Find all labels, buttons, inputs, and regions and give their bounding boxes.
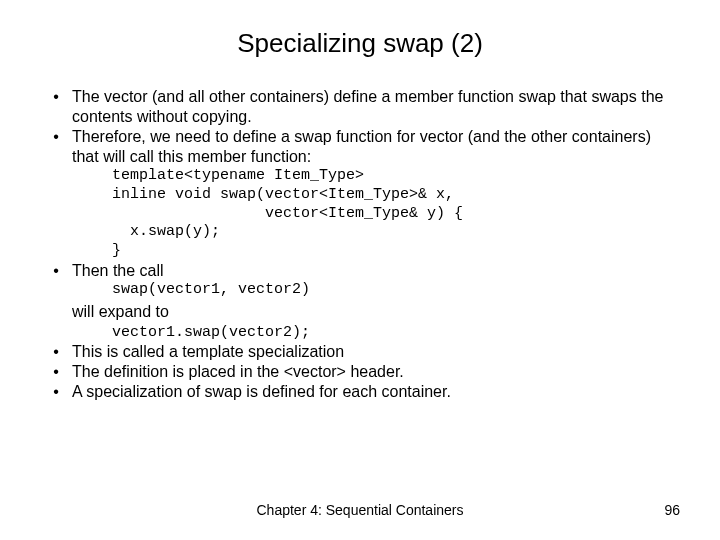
code-block: template<typename Item_Type> inline void… bbox=[112, 167, 680, 261]
slide-title: Specializing swap (2) bbox=[40, 28, 680, 59]
bullet-item: • The vector (and all other containers) … bbox=[40, 87, 680, 127]
page-number: 96 bbox=[664, 502, 680, 518]
bullet-text: A specialization of swap is defined for … bbox=[72, 382, 680, 402]
slide: Specializing swap (2) • The vector (and … bbox=[0, 0, 720, 540]
bullet-item: • Then the call bbox=[40, 261, 680, 281]
bullet-item: • The definition is placed in the <vecto… bbox=[40, 362, 680, 382]
bullet-icon: • bbox=[40, 342, 72, 362]
slide-body: • The vector (and all other containers) … bbox=[40, 87, 680, 402]
bullet-text: The definition is placed in the <vector>… bbox=[72, 362, 680, 382]
footer-chapter: Chapter 4: Sequential Containers bbox=[0, 502, 720, 518]
bullet-text: The vector (and all other containers) de… bbox=[72, 87, 680, 127]
bullet-item: • A specialization of swap is defined fo… bbox=[40, 382, 680, 402]
bullet-item: • Therefore, we need to define a swap fu… bbox=[40, 127, 680, 167]
code-block: vector1.swap(vector2); bbox=[112, 324, 680, 343]
slide-footer: Chapter 4: Sequential Containers 96 bbox=[0, 502, 720, 518]
bullet-icon: • bbox=[40, 127, 72, 147]
bullet-text: Then the call bbox=[72, 261, 680, 281]
bullet-text: This is called a template specialization bbox=[72, 342, 680, 362]
bullet-text: Therefore, we need to define a swap func… bbox=[72, 127, 680, 167]
bullet-icon: • bbox=[40, 87, 72, 107]
bullet-icon: • bbox=[40, 261, 72, 281]
bullet-icon: • bbox=[40, 362, 72, 382]
code-block: swap(vector1, vector2) bbox=[112, 281, 680, 300]
bullet-continuation: will expand to bbox=[72, 302, 680, 322]
bullet-item: • This is called a template specializati… bbox=[40, 342, 680, 362]
bullet-icon: • bbox=[40, 382, 72, 402]
